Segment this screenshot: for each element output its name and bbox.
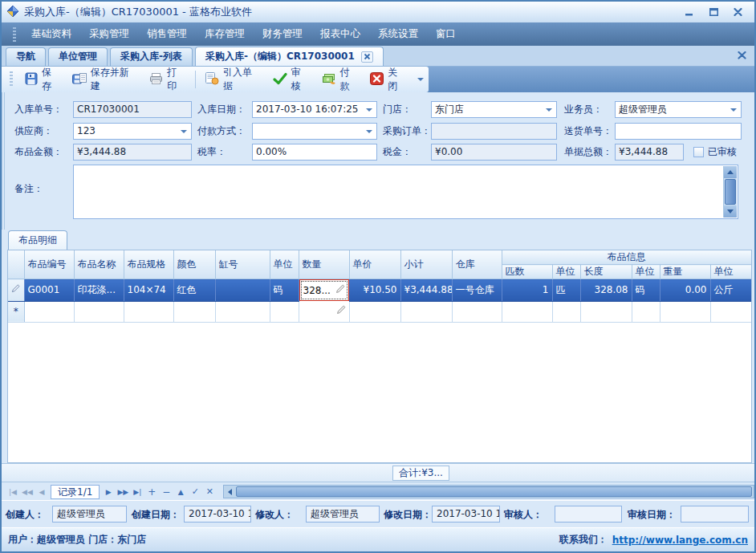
cell-qty-editing[interactable]: 328...	[299, 279, 350, 301]
empty-cell[interactable]	[710, 301, 751, 322]
cell-color[interactable]: 红色	[173, 279, 215, 302]
empty-cell[interactable]	[580, 301, 632, 322]
menu-reports[interactable]: 报表中心	[311, 23, 369, 45]
menu-grip-handle[interactable]	[13, 27, 16, 42]
cell-name[interactable]: 印花涤...	[74, 279, 124, 302]
col-header-length[interactable]: 长度	[580, 265, 632, 279]
scroll-thumb[interactable]	[725, 179, 736, 205]
col-header-weight-unit[interactable]: 单位	[710, 265, 751, 279]
cell-length[interactable]: 328.08	[580, 279, 632, 302]
website-link[interactable]: http://www.lange.com.cn	[612, 535, 748, 546]
print-button[interactable]: 打印	[144, 63, 192, 96]
empty-cell[interactable]	[660, 301, 710, 322]
empty-cell[interactable]	[552, 301, 580, 322]
empty-cell[interactable]	[452, 301, 502, 322]
cell-subtotal[interactable]: ¥3,444.88	[400, 279, 452, 302]
menu-settings[interactable]: 系统设置	[369, 23, 427, 45]
empty-cell[interactable]	[502, 301, 552, 322]
import-document-button[interactable]: 引入单据	[199, 63, 267, 96]
nav-prior-page-button[interactable]: ◀◀	[20, 485, 35, 498]
grid-horizontal-scrollbar[interactable]	[223, 485, 754, 498]
col-header-length-unit[interactable]: 单位	[632, 265, 660, 279]
cell-code[interactable]: G0001	[24, 279, 74, 302]
audited-checkbox[interactable]	[693, 147, 704, 157]
col-header-unit[interactable]: 单位	[270, 250, 299, 279]
menu-sales[interactable]: 销售管理	[138, 23, 196, 45]
menu-inventory[interactable]: 库存管理	[196, 23, 254, 45]
remark-scrollbar[interactable]	[723, 166, 737, 218]
tab-fabric-detail[interactable]: 布品明细	[8, 230, 67, 250]
empty-cell[interactable]	[124, 301, 173, 322]
cell-price[interactable]: ¥10.50	[349, 279, 400, 302]
tabstrip-close-icon[interactable]	[738, 51, 746, 62]
save-button[interactable]: 保存	[19, 63, 67, 96]
col-header-weight[interactable]: 重量	[660, 265, 710, 279]
tab-close-icon[interactable]	[361, 51, 373, 63]
nav-first-button[interactable]: |◀	[6, 485, 20, 498]
new-row[interactable]: *	[8, 301, 751, 322]
cell-warehouse[interactable]: 一号仓库	[452, 279, 502, 302]
qty-editor-pencil-cell[interactable]	[299, 301, 349, 322]
supplier-field[interactable]: 123	[73, 123, 192, 140]
remark-textarea[interactable]	[73, 165, 738, 219]
save-and-new-button[interactable]: 保存并新建	[67, 63, 144, 96]
hscroll-thumb[interactable]	[236, 486, 752, 497]
empty-cell[interactable]	[74, 301, 124, 322]
col-header-dye-lot[interactable]: 缸号	[215, 250, 270, 279]
col-header-qty[interactable]: 数量	[299, 250, 349, 279]
col-header-price[interactable]: 单价	[349, 250, 400, 279]
order-no-field[interactable]: CR17030001	[73, 101, 192, 118]
col-header-spec[interactable]: 布品规格	[124, 250, 173, 279]
nav-cancel-button[interactable]: ✕	[202, 485, 217, 498]
col-header-color[interactable]: 颜色	[173, 250, 215, 279]
nav-next-button[interactable]: ▶	[101, 485, 116, 498]
col-header-pieces[interactable]: 匹数	[502, 265, 552, 279]
empty-cell[interactable]	[270, 301, 299, 322]
empty-cell[interactable]	[215, 301, 270, 322]
tax-rate-field[interactable]: 0.00%	[252, 144, 377, 161]
cell-length-unit[interactable]: 码	[632, 279, 660, 302]
menu-finance[interactable]: 财务管理	[254, 23, 311, 45]
nav-post-button[interactable]: ✓	[188, 485, 202, 498]
empty-cell[interactable]	[24, 301, 74, 322]
payment-method-field[interactable]	[252, 123, 377, 140]
total-field[interactable]: ¥3,444.88	[615, 144, 684, 161]
empty-cell[interactable]	[173, 301, 215, 322]
cell-pieces[interactable]: 1	[502, 279, 552, 302]
close-window-button[interactable]	[729, 6, 746, 18]
cell-dye-lot[interactable]	[215, 279, 270, 302]
tax-field[interactable]: ¥0.00	[431, 144, 557, 161]
cell-pieces-unit[interactable]: 匹	[552, 279, 580, 302]
delivery-no-field[interactable]	[615, 123, 742, 140]
store-field[interactable]: 东门店	[431, 101, 557, 118]
toolbar-grip-handle[interactable]	[10, 71, 13, 87]
empty-cell[interactable]	[400, 301, 452, 322]
cell-weight[interactable]: 0.00	[660, 279, 710, 302]
nav-delete-button[interactable]: −	[159, 485, 173, 498]
col-header-warehouse[interactable]: 仓库	[452, 250, 502, 279]
nav-next-page-button[interactable]: ▶▶	[116, 485, 130, 498]
col-header-code[interactable]: 布品编号	[24, 250, 74, 279]
col-header-pieces-unit[interactable]: 单位	[552, 265, 580, 279]
cell-unit[interactable]: 码	[270, 279, 299, 302]
payment-button[interactable]: 付款	[316, 63, 365, 96]
nav-edit-button[interactable]: ▲	[173, 485, 188, 498]
menu-purchase[interactable]: 采购管理	[80, 23, 138, 45]
toolbar-overflow-icon[interactable]	[417, 78, 424, 81]
cell-weight-unit[interactable]: 公斤	[710, 279, 751, 302]
nav-last-button[interactable]: ▶|	[130, 485, 144, 498]
table-row[interactable]: G0001 印花涤... 104×74 红色 码 328... ¥10.50 ¥…	[8, 279, 751, 302]
menu-window[interactable]: 窗口	[427, 23, 465, 45]
fabric-amount-field[interactable]: ¥3,444.88	[73, 144, 192, 161]
empty-cell[interactable]	[632, 301, 660, 322]
maximize-button[interactable]	[705, 6, 722, 18]
audit-button[interactable]: 审核	[267, 63, 316, 96]
col-header-subtotal[interactable]: 小计	[400, 250, 452, 279]
menu-base-data[interactable]: 基础资料	[22, 23, 80, 45]
salesman-field[interactable]: 超级管理员	[615, 101, 742, 118]
order-date-field[interactable]: 2017-03-10 16:07:25	[252, 101, 377, 118]
scroll-left-icon[interactable]	[228, 489, 232, 495]
nav-insert-button[interactable]: +	[144, 485, 159, 498]
minimize-button[interactable]	[681, 6, 698, 18]
cell-spec[interactable]: 104×74	[124, 279, 173, 302]
